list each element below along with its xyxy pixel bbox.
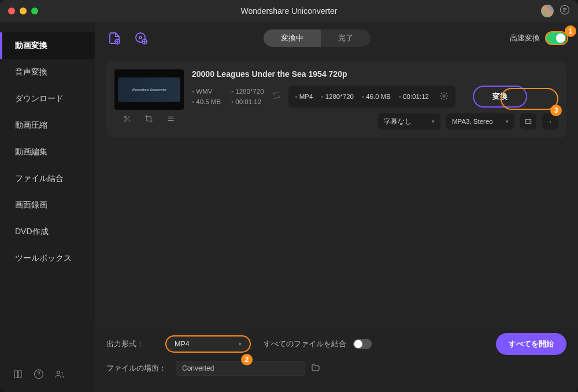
titlebar: Wondershare Uniconverter bbox=[0, 0, 578, 22]
crop-icon[interactable] bbox=[144, 114, 153, 125]
video-thumbnail[interactable]: Wondershare Uniconverter bbox=[114, 69, 184, 110]
output-format-label: 出力形式： bbox=[106, 339, 160, 349]
sidebar-item-record[interactable]: 画面録画 bbox=[0, 192, 95, 219]
svg-point-2 bbox=[57, 371, 60, 374]
fast-convert-toggle[interactable] bbox=[546, 32, 566, 44]
source-duration: 00:01:12 bbox=[231, 98, 264, 105]
sidebar-item-download[interactable]: ダウンロード bbox=[0, 86, 95, 112]
close-window-button[interactable] bbox=[8, 8, 15, 14]
info-icon[interactable] bbox=[542, 113, 558, 130]
sidebar-item-toolbox[interactable]: ツールボックス bbox=[0, 245, 95, 272]
svg-point-9 bbox=[443, 95, 445, 97]
sidebar-item-label: 動画圧縮 bbox=[15, 120, 47, 130]
expand-icon[interactable] bbox=[520, 113, 536, 130]
tab-completed[interactable]: 完了 bbox=[321, 29, 370, 47]
status-tabs: 変換中 完了 bbox=[264, 29, 370, 47]
output-path-label: ファイルの場所： bbox=[106, 364, 170, 373]
add-disc-icon[interactable] bbox=[133, 30, 149, 46]
cut-icon[interactable] bbox=[123, 114, 132, 125]
target-info: MP4 1280*720 46.0 MB 00:01:12 bbox=[288, 86, 455, 108]
source-resolution: 1280*720 bbox=[231, 88, 264, 95]
folder-icon[interactable] bbox=[311, 363, 320, 374]
sidebar-item-label: ダウンロード bbox=[15, 94, 64, 103]
chevron-down-icon: ▾ bbox=[506, 119, 509, 124]
sidebar-item-audio-convert[interactable]: 音声変換 bbox=[0, 59, 95, 86]
sidebar-item-label: ファイル結合 bbox=[15, 173, 64, 183]
output-path-input[interactable] bbox=[176, 361, 305, 376]
minimize-window-button[interactable] bbox=[20, 8, 27, 14]
window-controls bbox=[8, 8, 38, 14]
file-title: 20000 Leagues Under the Sea 1954 720p bbox=[192, 69, 558, 79]
target-size: 46.0 MB bbox=[362, 93, 391, 100]
sidebar-item-label: DVD作成 bbox=[15, 227, 49, 236]
svg-point-8 bbox=[124, 120, 126, 121]
sidebar-item-label: 画面録画 bbox=[15, 200, 47, 209]
merge-all-toggle[interactable] bbox=[353, 339, 372, 349]
target-format: MP4 bbox=[295, 93, 313, 100]
sidebar-item-edit[interactable]: 動画編集 bbox=[0, 139, 95, 165]
swap-icon bbox=[271, 90, 281, 103]
sidebar-item-label: 動画編集 bbox=[15, 147, 47, 156]
gear-icon[interactable] bbox=[439, 91, 449, 102]
audio-select[interactable]: MPA3, Stereo▾ bbox=[446, 113, 514, 130]
svg-point-7 bbox=[124, 116, 126, 118]
sidebar: 動画変換 音声変換 ダウンロード 動画圧縮 動画編集 ファイル結合 画面録画 D… bbox=[0, 22, 95, 392]
toolbar: 変換中 完了 高速変換 bbox=[95, 22, 578, 54]
sidebar-item-dvd[interactable]: DVD作成 bbox=[0, 219, 95, 245]
users-icon[interactable] bbox=[54, 369, 65, 382]
svg-point-5 bbox=[139, 36, 142, 39]
fast-convert-label: 高速変換 bbox=[510, 34, 540, 43]
sidebar-item-label: 動画変換 bbox=[15, 40, 47, 50]
footer: 出力形式： MP4 ▾ すべてのファイルを結合 すべてを開始 ファイルの場所： bbox=[95, 326, 578, 392]
convert-button[interactable]: 変換 bbox=[473, 86, 527, 108]
target-resolution: 1280*720 bbox=[321, 93, 353, 100]
fullscreen-window-button[interactable] bbox=[31, 8, 38, 14]
help-icon[interactable] bbox=[34, 369, 44, 382]
sidebar-item-label: ツールボックス bbox=[15, 253, 72, 262]
target-duration: 00:01:12 bbox=[399, 93, 429, 100]
app-title: Wondershare Uniconverter bbox=[240, 6, 337, 16]
settings-icon[interactable] bbox=[166, 114, 175, 125]
file-card: Wondershare Uniconverter 20000 Leagues U… bbox=[106, 61, 566, 138]
chevron-down-icon: ▾ bbox=[432, 119, 435, 124]
sidebar-item-video-convert[interactable]: 動画変換 bbox=[0, 32, 95, 59]
tab-in-progress[interactable]: 変換中 bbox=[264, 29, 321, 47]
output-format-select[interactable]: MP4 ▾ bbox=[165, 335, 251, 353]
chevron-down-icon: ▾ bbox=[239, 341, 242, 347]
avatar[interactable] bbox=[541, 5, 554, 17]
merge-all-label: すべてのファイルを結合 bbox=[264, 339, 346, 349]
sidebar-item-compress[interactable]: 動画圧縮 bbox=[0, 112, 95, 139]
sidebar-item-merge[interactable]: ファイル結合 bbox=[0, 165, 95, 192]
start-all-button[interactable]: すべてを開始 bbox=[496, 333, 566, 355]
subtitle-select[interactable]: 字幕なし▾ bbox=[378, 113, 440, 130]
feedback-icon[interactable] bbox=[560, 5, 570, 17]
source-size: 40.5 MB bbox=[192, 98, 221, 105]
book-icon[interactable] bbox=[13, 369, 23, 382]
source-format: WMV bbox=[192, 88, 221, 95]
source-info: WMV 1280*720 40.5 MB 00:01:12 bbox=[192, 88, 264, 105]
add-file-icon[interactable] bbox=[106, 30, 123, 46]
sidebar-item-label: 音声変換 bbox=[15, 67, 47, 76]
